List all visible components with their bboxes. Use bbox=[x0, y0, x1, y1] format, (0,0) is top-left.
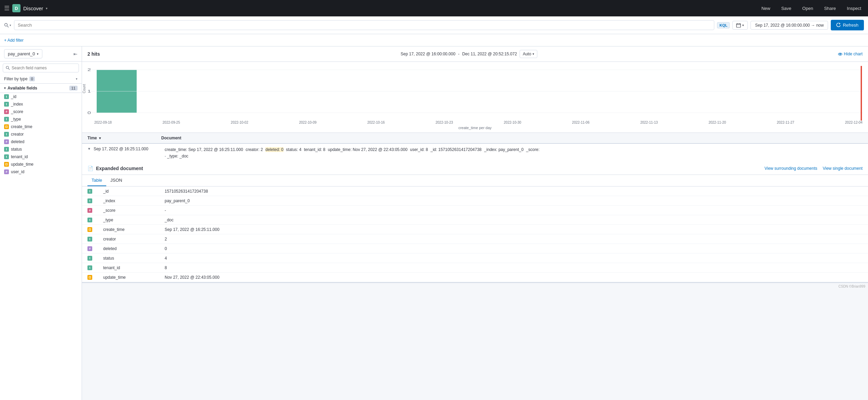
eye-icon bbox=[838, 52, 842, 56]
index-selector-button[interactable]: pay_parent_0 ▾ bbox=[4, 49, 42, 58]
field-name: deleted bbox=[98, 244, 159, 253]
x-axis-label: 2022-10-09 bbox=[299, 121, 316, 124]
doc-field-status: status: 4 bbox=[286, 147, 301, 152]
kql-badge[interactable]: KQL bbox=[717, 22, 730, 28]
hamburger-icon[interactable]: ☰ bbox=[4, 4, 10, 12]
field-name: _index bbox=[98, 196, 159, 206]
time-range-selector[interactable]: Sep 17, 2022 @ 16:00:00.000 → now bbox=[750, 21, 828, 30]
field-name: create_time bbox=[11, 124, 32, 129]
view-single-button[interactable]: View single document bbox=[823, 166, 863, 171]
results-table-header: Time ▼ Document bbox=[82, 133, 868, 144]
expand-row-button[interactable]: ▼ bbox=[87, 147, 91, 151]
x-axis-label: 2022-12-04 bbox=[845, 121, 863, 124]
svg-line-1 bbox=[7, 26, 9, 27]
tabs-row: Table JSON bbox=[82, 175, 868, 187]
sidebar-field-item[interactable]: #user_id bbox=[0, 168, 82, 176]
field-name: tenant_id bbox=[11, 154, 28, 159]
field-value: pay_parent_0 bbox=[159, 196, 868, 206]
field-name: update_time bbox=[98, 273, 159, 282]
search-field-names-input[interactable] bbox=[12, 66, 76, 70]
field-type-icon: # bbox=[82, 206, 98, 215]
search-input[interactable] bbox=[14, 20, 714, 30]
main-layout: pay_parent_0 ▾ ⇤ Filter by type 0 ▾ ▾ Av… bbox=[0, 46, 868, 400]
search-icon bbox=[4, 23, 9, 28]
tab-json[interactable]: JSON bbox=[106, 175, 126, 186]
refresh-label: Refresh bbox=[843, 23, 858, 28]
hits-bar: 2 hits Sep 17, 2022 @ 16:00:00.000 - Dec… bbox=[82, 46, 868, 62]
doc-time: Sep 17, 2022 @ 16:25:11.000 bbox=[94, 147, 162, 151]
sidebar-field-item[interactable]: t_index bbox=[0, 100, 82, 108]
open-button[interactable]: Open bbox=[800, 4, 816, 12]
doc-row-header[interactable]: ▼ Sep 17, 2022 @ 16:25:11.000 create_tim… bbox=[82, 144, 868, 162]
chevron-down-icon: ▾ bbox=[37, 52, 39, 56]
nav-right: New Save Open Share Inspect bbox=[759, 4, 864, 12]
sidebar-field-item[interactable]: #deleted bbox=[0, 138, 82, 146]
chevron-down-icon: ▾ bbox=[742, 24, 744, 27]
filter-by-type-row[interactable]: Filter by type 0 ▾ bbox=[0, 74, 82, 84]
x-axis-label: 2022-09-18 bbox=[94, 121, 112, 124]
x-axis-label: 2022-10-23 bbox=[436, 121, 453, 124]
table-row: t _index pay_parent_0 bbox=[82, 196, 868, 206]
field-name: tenant_id bbox=[98, 263, 159, 273]
sidebar-field-item[interactable]: t_id bbox=[0, 93, 82, 100]
view-surrounding-button[interactable]: View surrounding documents bbox=[764, 166, 817, 171]
search-fields-wrapper bbox=[0, 61, 82, 74]
auto-select[interactable]: Auto ▾ bbox=[520, 50, 537, 58]
hide-chart-button[interactable]: Hide chart bbox=[838, 52, 863, 56]
field-type-icon: t bbox=[82, 215, 98, 225]
x-axis-label: 2022-10-30 bbox=[504, 121, 521, 124]
refresh-button[interactable]: Refresh bbox=[831, 20, 864, 30]
save-button[interactable]: Save bbox=[779, 4, 794, 12]
add-filter-button[interactable]: + Add filter bbox=[4, 38, 24, 43]
collapse-sidebar-button[interactable]: ⇤ bbox=[73, 51, 78, 57]
table-row: ⊡ create_time Sep 17, 2022 @ 16:25:11.00… bbox=[82, 225, 868, 234]
doc-field-type: - _type: _doc bbox=[165, 154, 188, 158]
sidebar-field-item[interactable]: tcreator bbox=[0, 130, 82, 138]
field-type-icon: t bbox=[82, 263, 98, 273]
doc-field-id: _id: 1571052631417204738 bbox=[430, 147, 482, 152]
doc-field-creator: creator: 2 bbox=[246, 147, 263, 152]
calendar-button[interactable]: ▾ bbox=[732, 21, 748, 30]
field-name: update_time bbox=[11, 162, 33, 167]
x-axis-label: 2022-11-27 bbox=[777, 121, 794, 124]
doc-field-index: _index: pay_parent_0 bbox=[484, 147, 523, 152]
sidebar-field-item[interactable]: tstatus bbox=[0, 146, 82, 153]
search-bar: ▾ KQL ▾ Sep 17, 2022 @ 16:00:00.000 → no… bbox=[0, 16, 868, 34]
field-value: Sep 17, 2022 @ 16:25:11.000 bbox=[159, 225, 868, 234]
chevron-down-icon: ▾ bbox=[76, 77, 78, 81]
field-name: _type bbox=[11, 117, 21, 122]
sidebar-field-item[interactable]: ⊡update_time bbox=[0, 161, 82, 168]
inspect-button[interactable]: Inspect bbox=[844, 4, 864, 12]
sidebar-field-item[interactable]: t_type bbox=[0, 115, 82, 123]
x-axis-label: 2022-11-13 bbox=[640, 121, 658, 124]
available-count-badge: 11 bbox=[69, 86, 78, 91]
field-value: - bbox=[159, 206, 868, 215]
share-button[interactable]: Share bbox=[821, 4, 839, 12]
field-value: 0 bbox=[159, 244, 868, 253]
search-icon-btn[interactable]: ▾ bbox=[4, 23, 11, 28]
doc-field-user-id: user_id: 8 bbox=[410, 147, 428, 152]
time-column-header[interactable]: Time ▼ bbox=[87, 136, 156, 140]
sidebar-field-item[interactable]: ⊡create_time bbox=[0, 123, 82, 130]
search-icon bbox=[6, 66, 10, 70]
app-icon: D bbox=[12, 4, 20, 12]
table-row: t _id 1571052631417204738 bbox=[82, 187, 868, 196]
table-row: t creator 2 bbox=[82, 234, 868, 244]
x-axis-label: 2022-11-20 bbox=[708, 121, 726, 124]
chart-x-label: create_time per day bbox=[87, 126, 863, 130]
document-column-header: Document bbox=[161, 136, 863, 140]
refresh-icon bbox=[836, 23, 841, 27]
svg-text:1: 1 bbox=[87, 89, 91, 93]
sidebar-field-item[interactable]: ttenant_id bbox=[0, 153, 82, 161]
chevron-down-icon: ▾ bbox=[4, 86, 6, 90]
new-button[interactable]: New bbox=[759, 4, 773, 12]
field-name: status bbox=[98, 253, 159, 263]
time-range-text: Sep 17, 2022 @ 16:00:00.000 → now bbox=[755, 23, 824, 28]
field-name: _type bbox=[98, 215, 159, 225]
field-type-icon: t bbox=[82, 196, 98, 206]
y-axis-label: Count bbox=[82, 84, 86, 93]
sidebar-field-item[interactable]: #_score bbox=[0, 108, 82, 115]
dropdown-arrow: ▾ bbox=[10, 24, 11, 27]
chart-svg: 2 1 0 bbox=[87, 66, 863, 121]
tab-table[interactable]: Table bbox=[87, 175, 106, 186]
